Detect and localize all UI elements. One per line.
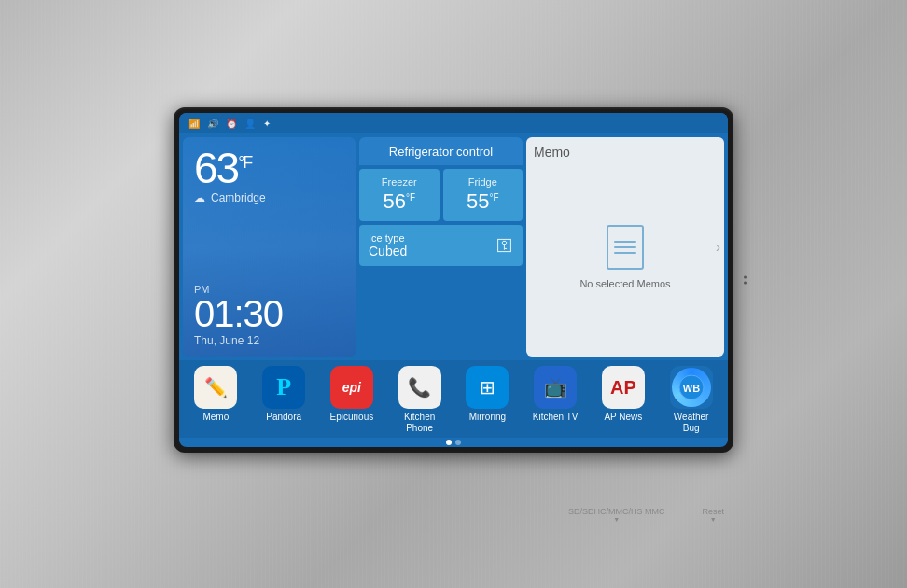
epicurious-app-label: Epicurious (330, 412, 374, 423)
weather-bug-app-icon: WB (670, 366, 713, 409)
memo-content: No selected Memos (534, 167, 717, 349)
ice-dispenser-icon: ⚿ (496, 236, 513, 256)
epicurious-app-icon: epi (330, 366, 373, 409)
freezer-temp: 56°F (365, 189, 434, 214)
ap-logo: AP (610, 377, 636, 399)
weather-clock-panel[interactable]: 63°F ☁ Cambridge PM 01:30 Thu, June 12 (183, 137, 356, 357)
fridge-control-title: Refrigerator control (389, 145, 493, 159)
pandora-logo: P (276, 373, 291, 401)
date-display: Thu, June 12 (194, 334, 344, 347)
cloud-icon: ☁ (194, 191, 205, 204)
main-content: 63°F ☁ Cambridge PM 01:30 Thu, June 12 (179, 133, 728, 360)
app-pandora[interactable]: P Pandora (252, 366, 315, 423)
svg-text:WB: WB (682, 383, 699, 394)
page-indicator (179, 438, 728, 447)
memo-app-icon: ✏️ (194, 366, 237, 409)
app-mirroring[interactable]: ⊞ Mirroring (455, 366, 519, 423)
epicurious-logo: epi (342, 380, 361, 395)
freezer-label: Freezer (365, 176, 434, 188)
person-icon: 👤 (244, 119, 256, 129)
kitchen-phone-app-label: KitchenPhone (404, 412, 435, 434)
ice-control[interactable]: Ice type Cubed ⚿ (359, 225, 523, 266)
fridge-bottom-labels: SD/SDHC/MMC/HS MMC ▼ Reset ▼ (164, 507, 743, 523)
reset-label[interactable]: Reset ▼ (702, 507, 724, 523)
fridge-body: 📶 🔊 ⏰ 👤 ✦ 63°F ☁ Camb (0, 0, 907, 588)
sd-label: SD/SDHC/MMC/HS MMC ▼ (568, 507, 665, 523)
dot-2 (455, 440, 461, 445)
temperature-display: 63°F (194, 147, 344, 189)
memo-title: Memo (534, 145, 717, 160)
wifi-icon: 📶 (188, 119, 200, 129)
kitchen-tv-app-label: Kitchen TV (533, 412, 579, 423)
reset-arrow: ▼ (702, 516, 724, 523)
mirroring-app-label: Mirroring (469, 412, 506, 423)
mirror-icon: ⊞ (480, 376, 495, 399)
tv-icon: 📺 (544, 376, 567, 399)
weather-bug-app-label: WeatherBug (674, 412, 709, 434)
dot-1 (446, 440, 452, 445)
clock-section: PM 01:30 Thu, June 12 (194, 284, 344, 347)
memo-panel[interactable]: Memo No selected Memos › (526, 137, 724, 357)
fridge-control-panel: Refrigerator control Freezer 56°F Fridge (359, 137, 523, 357)
kitchen-phone-app-icon: 📞 (398, 366, 441, 409)
sd-arrow: ▼ (568, 516, 665, 523)
volume-icon: 🔊 (207, 119, 218, 129)
memo-document-icon (607, 225, 644, 270)
screen-bezel: 📶 🔊 ⏰ 👤 ✦ 63°F ☁ Camb (174, 107, 733, 453)
app-weather-bug[interactable]: WB WeatherBug (660, 366, 723, 434)
fridge-control[interactable]: Fridge 55°F (443, 169, 523, 221)
kitchen-tv-app-icon: 📺 (534, 366, 577, 409)
weather-bug-circle: WB (672, 368, 711, 407)
fridge-temp: 55°F (449, 189, 518, 214)
app-ap-news[interactable]: AP AP News (592, 366, 655, 423)
ice-info: Ice type Cubed (369, 232, 407, 259)
memo-status: No selected Memos (579, 277, 670, 291)
temp-controls: Freezer 56°F Fridge 55°F (359, 169, 523, 221)
bezel-dots (744, 276, 747, 285)
mirroring-app-icon: ⊞ (466, 366, 509, 409)
pandora-app-icon: P (262, 366, 305, 409)
fridge-control-header: Refrigerator control (359, 137, 523, 165)
ice-label: Ice type (369, 232, 407, 244)
app-epicurious[interactable]: epi Epicurious (320, 366, 384, 423)
phone-icon: 📞 (408, 376, 431, 399)
app-kitchen-tv[interactable]: 📺 Kitchen TV (523, 366, 587, 423)
app-memo[interactable]: ✏️ Memo (184, 366, 247, 423)
pandora-app-label: Pandora (266, 412, 301, 423)
memo-app-label: Memo (202, 412, 229, 423)
weather-section: 63°F ☁ Cambridge (194, 147, 344, 204)
ap-news-app-label: AP News (604, 412, 642, 423)
smart-screen: 📶 🔊 ⏰ 👤 ✦ 63°F ☁ Camb (179, 113, 728, 447)
brightness-icon: ✦ (263, 119, 271, 129)
fridge-label: Fridge (449, 176, 518, 188)
ap-news-app-icon: AP (602, 366, 645, 409)
app-kitchen-phone[interactable]: 📞 KitchenPhone (388, 366, 452, 434)
chevron-right-icon[interactable]: › (716, 239, 720, 256)
alarm-icon: ⏰ (226, 119, 237, 129)
app-bar: ✏️ Memo P Pandora epi Epicurious (179, 360, 728, 438)
ice-type: Cubed (369, 244, 407, 259)
weather-info: ☁ Cambridge (194, 191, 344, 204)
pencil-icon: ✏️ (204, 376, 228, 399)
status-bar: 📶 🔊 ⏰ 👤 ✦ (179, 113, 728, 133)
time-display: 01:30 (194, 295, 344, 332)
freezer-control[interactable]: Freezer 56°F (359, 169, 440, 221)
